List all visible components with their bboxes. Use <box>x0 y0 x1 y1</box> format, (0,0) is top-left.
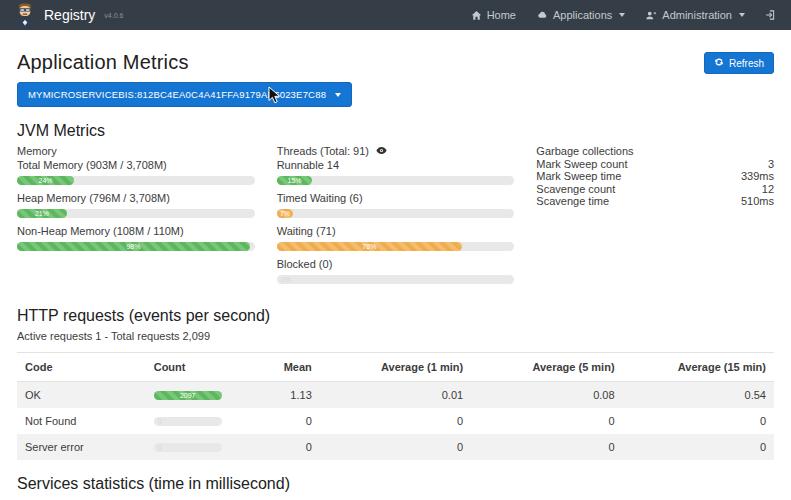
nonheap-memory-progress: 98% <box>17 242 255 251</box>
brand[interactable]: Registry v4.0.6 <box>14 2 123 28</box>
eye-icon[interactable] <box>376 145 387 158</box>
http-requests-table: Code Count Mean Average (1 min) Average … <box>17 352 774 460</box>
app-title: Registry <box>44 7 95 23</box>
services-statistics-title: Services statistics (time in millisecond… <box>17 475 774 493</box>
http-avg1: 0 <box>320 408 471 434</box>
count-progress: 0 <box>154 417 222 426</box>
threads-column: Threads (Total: 91) Runnable 14 15% Time… <box>277 145 515 291</box>
http-requests-title: HTTP requests (events per second) <box>17 307 774 325</box>
nav-item-home[interactable]: Home <box>471 9 516 21</box>
sign-out-icon <box>765 9 777 21</box>
heap-memory-label: Heap Memory (796M / 3,708M) <box>17 192 255 205</box>
total-memory-label: Total Memory (903M / 3,708M) <box>17 159 255 172</box>
http-mean: 0 <box>259 408 320 434</box>
http-avg15: 0 <box>623 434 774 460</box>
table-row: Not Found 0 0 0 0 0 <box>17 408 774 434</box>
user-plus-icon <box>645 10 657 21</box>
count-value: 0 <box>158 417 162 426</box>
count-progress: 0 <box>154 443 222 452</box>
http-avg5: 0 <box>471 408 622 434</box>
waiting-progress: 78% <box>277 242 515 251</box>
jvm-metrics-title: JVM Metrics <box>17 122 774 140</box>
http-avg15: 0.54 <box>623 382 774 409</box>
page-title: Application Metrics <box>17 51 189 74</box>
gc-row: Mark Sweep time 339ms <box>536 170 774 183</box>
progress-value: 0% <box>281 275 291 284</box>
count-value: 0 <box>158 443 162 452</box>
refresh-label: Refresh <box>729 58 764 69</box>
app-version: v4.0.6 <box>104 12 123 19</box>
jvm-metrics-row: Memory Total Memory (903M / 3,708M) 24% … <box>17 145 774 291</box>
http-avg5: 0 <box>471 434 622 460</box>
instance-selector-dropdown[interactable]: MYMICROSERVICEBIS:812BC4EA0C4A41FFA9179A… <box>17 82 352 107</box>
progress-value: 7% <box>280 209 290 218</box>
timed-waiting-progress: 7% <box>277 209 515 218</box>
sign-out-button[interactable] <box>765 9 777 21</box>
top-navbar: Registry v4.0.6 Home Applications Admini <box>0 0 791 30</box>
gc-label: Scavenge count <box>536 183 615 196</box>
refresh-button[interactable]: Refresh <box>704 52 774 74</box>
gc-label: Scavenge time <box>536 195 609 208</box>
progress-value: 15% <box>287 176 301 185</box>
gc-value: 339ms <box>741 170 774 183</box>
refresh-icon <box>714 57 724 69</box>
nav-links: Home Applications Administration <box>471 9 777 21</box>
threads-title: Threads (Total: 91) <box>277 145 369 158</box>
instance-selector-label: MYMICROSERVICEBIS:812BC4EA0C4A41FFA9179A… <box>28 89 326 100</box>
http-requests-subtitle: Active requests 1 - Total requests 2,099 <box>17 330 774 342</box>
memory-title: Memory <box>17 145 255 158</box>
http-code: Server error <box>17 434 146 460</box>
caret-down-icon <box>739 13 745 17</box>
http-code: OK <box>17 382 146 409</box>
nav-item-label: Administration <box>662 9 732 21</box>
total-memory-progress: 24% <box>17 176 255 185</box>
http-mean: 0 <box>259 434 320 460</box>
progress-value: 24% <box>39 176 53 185</box>
gc-row: Scavenge count 12 <box>536 183 774 196</box>
gc-column: Garbage collections Mark Sweep count 3 M… <box>536 145 774 291</box>
nav-item-administration[interactable]: Administration <box>645 9 745 21</box>
progress-value: 21% <box>35 209 49 218</box>
gc-row: Scavenge time 510ms <box>536 195 774 208</box>
gc-label: Mark Sweep time <box>536 170 621 183</box>
col-header-avg1: Average (1 min) <box>320 353 471 382</box>
http-code: Not Found <box>17 408 146 434</box>
col-header-avg15: Average (15 min) <box>623 353 774 382</box>
col-header-code: Code <box>17 353 146 382</box>
runnable-progress: 15% <box>277 176 515 185</box>
blocked-label: Blocked (0) <box>277 258 515 271</box>
col-header-avg5: Average (5 min) <box>471 353 622 382</box>
home-icon <box>471 10 482 21</box>
progress-value: 98% <box>126 242 140 251</box>
nav-item-label: Home <box>487 9 516 21</box>
table-row: Server error 0 0 0 0 0 <box>17 434 774 460</box>
http-mean: 1.13 <box>259 382 320 409</box>
count-progress: 2097 <box>154 391 222 400</box>
count-value: 2097 <box>180 391 196 400</box>
jhipster-avatar-logo <box>14 2 36 28</box>
nav-item-label: Applications <box>553 9 612 21</box>
http-avg15: 0 <box>623 408 774 434</box>
caret-down-icon <box>619 13 625 17</box>
heap-memory-progress: 21% <box>17 209 255 218</box>
gc-value: 510ms <box>741 195 774 208</box>
timed-waiting-label: Timed Waiting (6) <box>277 192 515 205</box>
nav-item-applications[interactable]: Applications <box>536 9 625 21</box>
http-avg5: 0.08 <box>471 382 622 409</box>
col-header-count: Count <box>146 353 260 382</box>
blocked-progress: 0% <box>277 275 515 284</box>
gc-title: Garbage collections <box>536 145 633 158</box>
waiting-label: Waiting (71) <box>277 225 515 238</box>
http-avg1: 0 <box>320 434 471 460</box>
gc-value: 3 <box>768 158 774 171</box>
cloud-icon <box>536 10 548 21</box>
gc-row: Mark Sweep count 3 <box>536 158 774 171</box>
nonheap-memory-label: Non-Heap Memory (108M / 110M) <box>17 225 255 238</box>
memory-column: Memory Total Memory (903M / 3,708M) 24% … <box>17 145 255 291</box>
caret-down-icon <box>335 93 341 97</box>
gc-value: 12 <box>762 183 774 196</box>
gc-label: Mark Sweep count <box>536 158 627 171</box>
col-header-mean: Mean <box>259 353 320 382</box>
runnable-label: Runnable 14 <box>277 159 515 172</box>
table-row: OK 2097 1.13 0.01 0.08 0.54 <box>17 382 774 409</box>
